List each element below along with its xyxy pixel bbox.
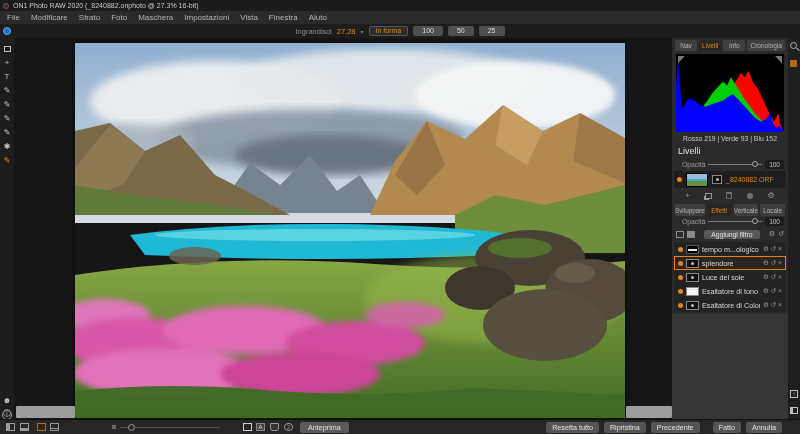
filter-undo-icon[interactable]: ↺ <box>771 259 776 267</box>
canvas-area[interactable] <box>14 38 672 420</box>
filter-enabled-dot[interactable] <box>678 275 683 280</box>
filter-undo-icon[interactable]: ↺ <box>771 273 776 281</box>
filter-mask-view-icon[interactable] <box>687 231 695 238</box>
opacity-slider[interactable] <box>708 164 762 165</box>
filter-close-icon[interactable]: × <box>778 287 782 295</box>
slider-knob[interactable] <box>128 424 135 431</box>
horizontal-scrollbar-left[interactable] <box>16 406 75 418</box>
filter-gear-icon[interactable]: ⚙ <box>763 273 769 281</box>
filter-mask-thumbnail[interactable] <box>686 301 699 310</box>
tab-effetti[interactable]: Effetti <box>707 204 732 216</box>
show-mask-icon[interactable] <box>243 423 252 431</box>
filter-mask-thumbnail[interactable] <box>686 287 699 296</box>
filter-undo-icon[interactable]: ↺ <box>771 301 776 309</box>
filter-options-gear-icon[interactable]: ⚙ <box>769 230 775 238</box>
tab-livelli[interactable]: Livelli <box>699 40 721 51</box>
filter-gear-icon[interactable]: ⚙ <box>763 287 769 295</box>
menu-strato[interactable]: Strato <box>79 13 100 22</box>
zoom-fit-button[interactable]: In forma <box>369 26 409 36</box>
crop-tool-icon[interactable] <box>2 44 12 53</box>
layer-mask-icon[interactable] <box>712 175 722 184</box>
filter-row-esaltatore-di-tono[interactable]: Esaltatore di tono ⚙↺× <box>674 284 786 298</box>
filmstrip-view-icon[interactable] <box>50 423 59 431</box>
previous-button[interactable]: Precedente <box>651 422 700 433</box>
filter-stack-icon[interactable] <box>676 231 684 238</box>
opacity-value[interactable]: 100 <box>765 160 784 169</box>
menu-modificare[interactable]: Modificare <box>31 13 68 22</box>
layer-settings-gear-icon[interactable]: ⚙ <box>767 191 774 200</box>
soft-proof-icon[interactable] <box>270 423 279 431</box>
browse-module-icon[interactable] <box>3 27 11 35</box>
done-button[interactable]: Fatto <box>713 422 741 433</box>
effects-opacity-knob[interactable] <box>752 218 758 224</box>
text-tool-icon[interactable]: T <box>2 72 12 81</box>
menu-impostazioni[interactable]: Impostazioni <box>184 13 229 22</box>
reference-book-icon[interactable] <box>790 407 798 414</box>
compare-view-icon[interactable] <box>6 423 15 431</box>
filter-close-icon[interactable]: × <box>778 273 782 281</box>
add-layer-icon[interactable]: + <box>685 191 690 200</box>
merge-layer-icon[interactable] <box>747 193 753 199</box>
effects-opacity-slider[interactable] <box>708 221 762 222</box>
filter-enabled-dot[interactable] <box>678 303 683 308</box>
zoom-25-button[interactable]: 25 <box>479 26 505 36</box>
tab-cronologia[interactable]: Cronologia <box>747 40 785 51</box>
portrait-face-tool-icon[interactable]: ☻ <box>2 396 12 405</box>
menu-aiuto[interactable]: Aiuto <box>309 13 327 22</box>
reset-all-button[interactable]: Resetta tutto <box>546 422 599 433</box>
filter-gear-icon[interactable]: ⚙ <box>763 301 769 309</box>
layer-thumbnail[interactable] <box>686 173 708 187</box>
filter-row-tempo-meteorologico[interactable]: tempo m...ologico ⚙↺× <box>674 242 786 256</box>
zoom-100-button[interactable]: 100 <box>413 26 443 36</box>
filter-close-icon[interactable]: × <box>778 301 782 309</box>
delete-layer-icon[interactable] <box>726 192 732 199</box>
refine-brush-tool-icon[interactable]: ✎ <box>2 114 12 123</box>
retouch-tool-icon-active[interactable]: ✎ <box>2 156 12 165</box>
restore-button[interactable]: Ripristina <box>604 422 646 433</box>
duplicate-layer-icon[interactable] <box>705 193 712 199</box>
export-icon[interactable]: ↑ <box>790 390 798 398</box>
single-view-icon-active[interactable] <box>37 423 46 431</box>
opacity-slider-knob[interactable] <box>752 161 758 167</box>
mask-badge-icon[interactable] <box>790 60 797 67</box>
move-tool-icon[interactable]: + <box>2 58 12 67</box>
menu-file[interactable]: File <box>7 13 20 22</box>
menu-finestra[interactable]: Finestra <box>269 13 298 22</box>
filter-row-luce-del-sole[interactable]: Luce del sole ⚙↺× <box>674 270 786 284</box>
blur-tool-icon[interactable]: ✱ <box>2 142 12 151</box>
filter-close-icon[interactable]: × <box>778 245 782 253</box>
browser-view-icon[interactable] <box>20 423 29 431</box>
layer-row[interactable]: _8240882.ORF <box>674 171 786 188</box>
tab-sviluppare[interactable]: Sviluppare <box>675 204 705 216</box>
tab-info[interactable]: Info <box>723 40 745 51</box>
zoom-50-button[interactable]: 50 <box>448 26 474 36</box>
zoom-view-icon[interactable] <box>790 42 797 49</box>
horizontal-scrollbar-right[interactable] <box>626 406 672 418</box>
chisel-tool-icon[interactable]: ✎ <box>2 128 12 137</box>
filter-gear-icon[interactable]: ⚙ <box>763 259 769 267</box>
adjust-brush-tool-icon[interactable]: ✎ <box>2 86 12 95</box>
filter-mask-thumbnail[interactable] <box>686 259 699 268</box>
filter-reset-icon[interactable]: ↺ <box>778 230 784 238</box>
menu-maschera[interactable]: Maschera <box>138 13 173 22</box>
filter-row-splendore-selected[interactable]: splendore ⚙↺× <box>674 256 786 270</box>
filter-mask-thumbnail[interactable] <box>686 273 699 282</box>
alpha-overlay-icon[interactable]: A <box>256 423 265 431</box>
filter-gear-icon[interactable]: ⚙ <box>763 245 769 253</box>
tab-locale[interactable]: Locale <box>760 204 785 216</box>
status-info-icon[interactable]: i <box>3 409 11 417</box>
thumbnail-size-slider[interactable] <box>120 427 220 428</box>
filter-row-esaltatore-di-colore[interactable]: Esaltatore di Colore ⚙↺× <box>674 298 786 312</box>
filter-enabled-dot[interactable] <box>678 247 683 252</box>
filter-mask-thumbnail[interactable] <box>686 245 699 254</box>
zoom-value[interactable]: 27,28 <box>337 27 356 36</box>
filter-enabled-dot[interactable] <box>678 289 683 294</box>
filter-undo-icon[interactable]: ↺ <box>771 287 776 295</box>
preview-button[interactable]: Anteprima <box>300 422 349 433</box>
compare-original-icon[interactable]: 2 <box>284 423 293 431</box>
layer-visibility-dot[interactable] <box>677 177 682 182</box>
effects-opacity-value[interactable]: 100 <box>765 217 784 226</box>
filter-undo-icon[interactable]: ↺ <box>771 245 776 253</box>
masking-brush-tool-icon[interactable]: ✎ <box>2 100 12 109</box>
filter-enabled-dot[interactable] <box>678 261 683 266</box>
